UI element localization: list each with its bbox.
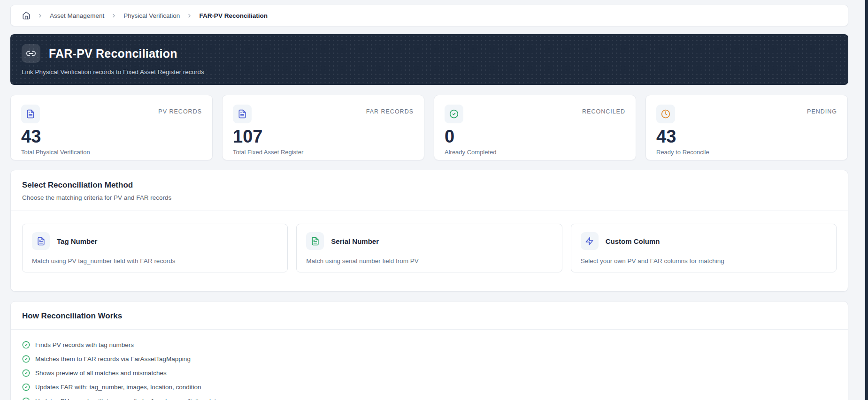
stat-card-pending: PENDING 43 Ready to Reconcile: [645, 95, 848, 160]
check-circle-icon: [22, 369, 30, 377]
how-it-works-list: Finds PV records with tag numbers Matche…: [11, 330, 848, 400]
stat-value: 0: [445, 127, 625, 147]
link-icon: [22, 44, 40, 63]
clock-icon: [656, 105, 675, 123]
stat-label: RECONCILED: [582, 108, 625, 115]
stat-card-reconciled: RECONCILED 0 Already Completed: [434, 95, 636, 160]
page-header-banner: FAR-PV Reconciliation Link Physical Veri…: [10, 34, 848, 85]
stat-value: 43: [656, 127, 837, 147]
page-title: FAR-PV Reconciliation: [49, 47, 177, 60]
stat-value: 107: [233, 127, 414, 147]
stat-label: PENDING: [807, 108, 837, 115]
check-circle-icon: [22, 397, 30, 400]
check-circle-icon: [22, 355, 30, 363]
list-item: Finds PV records with tag numbers: [22, 338, 837, 352]
breadcrumb-item-current: FAR-PV Reconciliation: [199, 12, 268, 19]
check-circle-icon: [445, 105, 463, 123]
method-card-custom-column[interactable]: Custom Column Select your own PV and FAR…: [571, 224, 837, 272]
stat-label: FAR RECORDS: [366, 108, 414, 115]
stat-card-pv-records: PV RECORDS 43 Total Physical Verificatio…: [10, 95, 213, 160]
method-card-tag-number[interactable]: Tag Number Match using PV tag_number fie…: [22, 224, 288, 272]
step-text: Finds PV records with tag numbers: [35, 341, 134, 348]
step-text: Matches them to FAR records via FarAsset…: [35, 355, 191, 362]
stat-card-far-records: FAR RECORDS 107 Total Fixed Asset Regist…: [222, 95, 424, 160]
method-description: Match using PV tag_number field with FAR…: [32, 257, 278, 264]
page-subtitle: Link Physical Verification records to Fi…: [22, 68, 836, 75]
step-text: Updates PV records with is_reconciled = …: [35, 398, 220, 400]
method-description: Match using serial number field from PV: [306, 257, 552, 264]
method-title: Tag Number: [57, 237, 97, 245]
method-title: Serial Number: [331, 237, 379, 245]
methods-row: Tag Number Match using PV tag_number fie…: [11, 211, 848, 291]
file-text-icon: [233, 105, 252, 123]
list-item: Shows preview of all matches and mismatc…: [22, 366, 837, 380]
reconciliation-method-section: Select Reconciliation Method Choose the …: [10, 170, 848, 292]
breadcrumb-item-physical-verification[interactable]: Physical Verification: [123, 12, 180, 19]
how-it-works-section: How Reconciliation Works Finds PV record…: [10, 301, 848, 400]
stat-value: 43: [21, 127, 202, 147]
file-text-icon: [32, 232, 50, 250]
page-container: Asset Management Physical Verification F…: [10, 5, 848, 400]
zap-icon: [581, 232, 599, 250]
chevron-right-icon: [186, 13, 192, 19]
stats-row: PV RECORDS 43 Total Physical Verificatio…: [10, 95, 848, 160]
check-circle-icon: [22, 383, 30, 391]
list-item: Updates PV records with is_reconciled = …: [22, 394, 837, 400]
chevron-right-icon: [111, 13, 117, 19]
list-item: Matches them to FAR records via FarAsset…: [22, 352, 837, 366]
method-card-serial-number[interactable]: Serial Number Match using serial number …: [296, 224, 562, 272]
check-circle-icon: [22, 341, 30, 349]
stat-caption: Already Completed: [445, 149, 625, 156]
step-text: Shows preview of all matches and mismatc…: [35, 370, 167, 377]
list-item: Updates FAR with: tag_number, images, lo…: [22, 380, 837, 394]
breadcrumb-item-asset-management[interactable]: Asset Management: [50, 12, 104, 19]
stat-caption: Total Fixed Asset Register: [233, 149, 414, 156]
section-title: How Reconciliation Works: [22, 311, 837, 321]
stat-caption: Total Physical Verification: [21, 149, 202, 156]
file-text-icon: [306, 232, 324, 250]
stat-label: PV RECORDS: [158, 108, 202, 115]
stat-caption: Ready to Reconcile: [656, 149, 837, 156]
method-description: Select your own PV and FAR columns for m…: [581, 257, 827, 264]
section-subtitle: Choose the matching criteria for PV and …: [22, 194, 837, 201]
breadcrumb: Asset Management Physical Verification F…: [10, 5, 848, 26]
vertical-scrollbar[interactable]: [865, 0, 868, 400]
method-title: Custom Column: [606, 237, 660, 245]
section-title: Select Reconciliation Method: [22, 181, 837, 190]
file-text-icon: [21, 105, 40, 123]
step-text: Updates FAR with: tag_number, images, lo…: [35, 384, 201, 391]
chevron-right-icon: [37, 13, 43, 19]
home-icon[interactable]: [22, 11, 31, 20]
